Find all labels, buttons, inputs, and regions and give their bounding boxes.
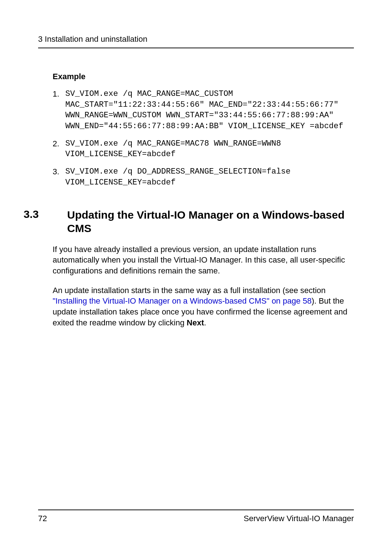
page-header: 3 Installation and uninstallation bbox=[38, 35, 354, 48]
list-item: 1. SV_VIOM.exe /q MAC_RANGE=MAC_CUSTOM M… bbox=[53, 89, 354, 132]
ui-label-bold: Next bbox=[187, 318, 204, 327]
paragraph: An update installation starts in the sam… bbox=[53, 285, 354, 328]
section-number: 3.3 bbox=[24, 208, 67, 235]
list-item: 3. SV_VIOM.exe /q DO_ADDRESS_RANGE_SELEC… bbox=[53, 166, 354, 188]
paragraph-text: An update installation starts in the sam… bbox=[53, 286, 326, 295]
page-number: 72 bbox=[38, 514, 47, 523]
cross-reference-link[interactable]: "Installing the Virtual-IO Manager on a … bbox=[53, 296, 312, 305]
list-number: 1. bbox=[53, 89, 65, 132]
list-number: 2. bbox=[53, 138, 65, 160]
paragraph: If you have already installed a previous… bbox=[53, 244, 354, 276]
list-item: 2. SV_VIOM.exe /q MAC_RANGE=MAC78 WWN_RA… bbox=[53, 138, 354, 160]
list-number: 3. bbox=[53, 166, 65, 188]
section-title: Updating the Virtual-IO Manager on a Win… bbox=[67, 208, 354, 235]
page-footer: 72 ServerView Virtual-IO Manager bbox=[38, 510, 354, 523]
example-heading: Example bbox=[53, 72, 354, 81]
example-list: 1. SV_VIOM.exe /q MAC_RANGE=MAC_CUSTOM M… bbox=[53, 89, 354, 188]
paragraph-text: . bbox=[204, 318, 206, 327]
code-block: SV_VIOM.exe /q MAC_RANGE=MAC_CUSTOM MAC_… bbox=[65, 89, 354, 132]
footer-title: ServerView Virtual-IO Manager bbox=[244, 514, 354, 523]
code-block: SV_VIOM.exe /q MAC_RANGE=MAC78 WWN_RANGE… bbox=[65, 138, 354, 160]
code-block: SV_VIOM.exe /q DO_ADDRESS_RANGE_SELECTIO… bbox=[65, 166, 354, 188]
